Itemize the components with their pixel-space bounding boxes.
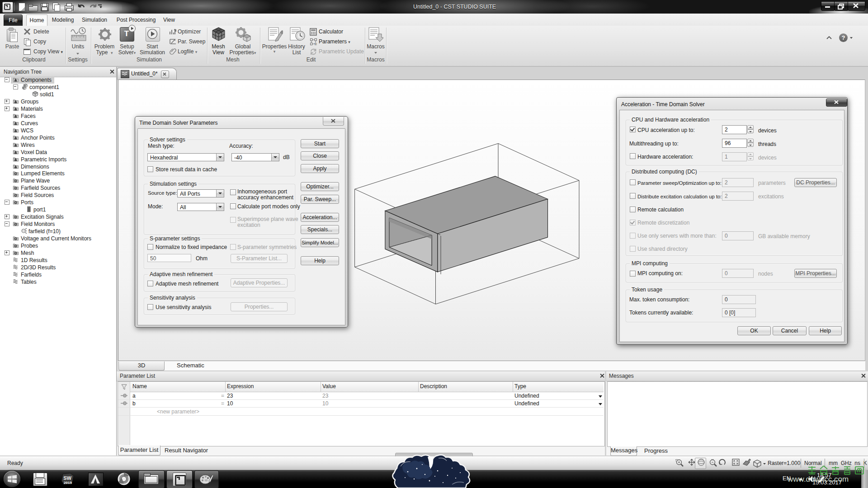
svg-text:SW: SW [63, 475, 71, 481]
svg-text:2015: 2015 [64, 481, 72, 485]
svg-text:a: a [315, 42, 317, 46]
